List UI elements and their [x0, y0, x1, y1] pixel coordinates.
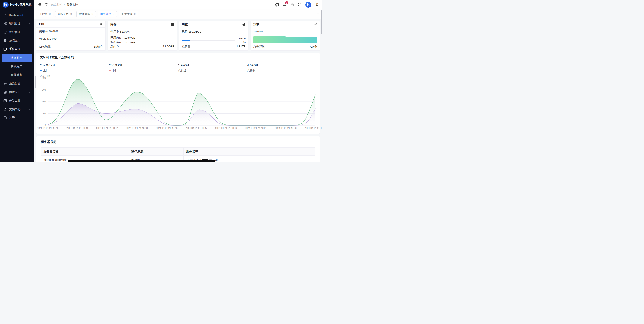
header-server-ip: 服务器IP [184, 148, 316, 156]
x-tick-label: 2024-04-21 21:48:41 [66, 127, 88, 129]
horizontal-scrollbar-thumb[interactable] [68, 160, 215, 162]
sidebar-item-system-settings[interactable]: 系统设置 [2, 79, 32, 88]
sidebar-item-dashboard[interactable]: Dashboard [2, 11, 32, 19]
gear-icon [4, 82, 7, 85]
monitor-icon [4, 47, 7, 51]
server-info-panel: 服务器信息 服务器名称 操作系统 服务器IP mengshuaideMBP da… [36, 136, 320, 162]
tab-bar: 主控台 × 在线充值 × 附件管理 × 服务监控 × 配置管理 × [34, 10, 322, 19]
tab-console[interactable]: 主控台 × [37, 11, 53, 17]
page-content: CPU 使用率 20.49% Apple M2 Pro CPU数量 10核心 内… [34, 19, 322, 162]
user-avatar[interactable] [305, 2, 311, 8]
traffic-panel: 实时网卡流量（全部网卡） 257.07 KB 上行 256.9 KB 下行 1.… [36, 53, 320, 134]
widgets-icon [4, 91, 7, 94]
notifications-button[interactable]: 1 [283, 3, 286, 7]
x-tick-label: 2024-04-21 21:48:51 [245, 127, 267, 129]
y-tick-label: 400 [42, 100, 46, 103]
fullscreen-button[interactable] [298, 3, 302, 7]
close-icon[interactable]: × [134, 13, 136, 15]
github-icon [275, 3, 279, 7]
tab-config[interactable]: 配置管理 × [119, 11, 138, 17]
disk-percent: 15.09 % [237, 37, 246, 43]
load-card: 负载 19.00% [250, 21, 320, 51]
sidebar-item-organization[interactable]: 组织管理 [2, 19, 32, 28]
disk-progress-bar [182, 40, 234, 41]
memory-usage: 使用率 62.00% [110, 30, 174, 34]
upstream-dot [40, 70, 42, 71]
sidebar-scrollbar-thumb[interactable] [35, 76, 36, 88]
dashboard-icon [4, 13, 7, 17]
sidebar-menu: Dashboard 组织管理 权限管理 系统应用 系统监控 [0, 10, 34, 162]
sidebar-item-dev-tools[interactable]: 开发工具 [2, 97, 32, 105]
close-icon[interactable]: × [113, 13, 114, 15]
disk-used: 已用 280.36GB [182, 30, 246, 34]
github-button[interactable] [275, 3, 279, 7]
memory-card-title: 内存 [110, 23, 116, 26]
disk-progress-fill [182, 40, 190, 41]
sidebar-subitem-online-users[interactable]: 在线用户 [2, 62, 32, 71]
app-logo[interactable]: HotGo管理系统 [0, 0, 34, 10]
sidebar-item-system-apps[interactable]: 系统应用 [2, 36, 32, 45]
chevron-down-icon [28, 100, 31, 102]
menu-fold-icon [38, 3, 41, 7]
chevron-down-icon [28, 14, 31, 16]
chevron-down-icon [28, 82, 31, 85]
info-icon [4, 116, 7, 120]
stat-total-received: 4.09GB 总接收 [247, 63, 316, 72]
memory-footer-label: 总内存 [110, 45, 119, 49]
header-server-name: 服务器名称 [41, 148, 129, 156]
lock-screen-button[interactable] [290, 3, 294, 7]
chevron-down-icon [316, 13, 320, 16]
chevron-up-icon [28, 48, 31, 50]
x-tick-label: 2024-04-21 21:48:49 [215, 127, 237, 129]
close-icon[interactable]: × [70, 13, 72, 15]
sidebar-subitem-service-monitor[interactable]: 服务监控 [2, 54, 32, 62]
tab-online-recharge[interactable]: 在线充值 × [55, 11, 75, 17]
tabs-dropdown-button[interactable] [314, 11, 320, 17]
close-icon[interactable]: × [92, 13, 93, 15]
sidebar-item-plugins[interactable]: 插件应用 [2, 88, 32, 97]
avatar-logo-icon [305, 2, 311, 8]
sidebar-item-about[interactable]: 关于 [2, 114, 32, 122]
settings-button[interactable]: ⚙ [315, 3, 318, 7]
collapse-sidebar-button[interactable] [38, 3, 41, 7]
tab-attachments[interactable]: 附件管理 × [76, 11, 96, 17]
app-window: HotGo管理系统 Dashboard 组织管理 权限管理 系统应用 [0, 0, 322, 162]
memory-free: 剩余内存：12.16GB [110, 41, 174, 43]
breadcrumb-separator: / [64, 3, 65, 6]
cpu-card-title: CPU [39, 23, 46, 26]
refresh-button[interactable] [44, 3, 48, 7]
table-header-row: 服务器名称 操作系统 服务器IP [41, 148, 316, 156]
disk-footer-label: 总容量 [182, 45, 191, 49]
x-tick-label: 2024-04-21 21:48:47 [186, 127, 207, 129]
load-card-title: 负载 [253, 23, 259, 26]
y-tick-label: 0 [44, 124, 46, 127]
tab-service-monitor[interactable]: 服务监控 × [98, 11, 117, 17]
document-icon [4, 108, 7, 111]
x-tick-label: 2024-04-21 21:48:40 [37, 127, 58, 129]
server-info-title: 服务器信息 [41, 140, 316, 144]
vertical-scrollbar-thumb[interactable] [320, 10, 322, 34]
header-os: 操作系统 [128, 148, 184, 156]
cpu-card: CPU 使用率 20.49% Apple M2 Pro CPU数量 10核心 [36, 21, 106, 51]
close-icon[interactable]: × [49, 13, 51, 15]
load-value: 19.00% [253, 30, 317, 33]
sidebar-item-docs[interactable]: 文档中心 [2, 105, 32, 114]
traffic-title: 实时网卡流量（全部网卡） [40, 56, 316, 60]
y-tick-label: 600 [42, 89, 46, 91]
chevron-down-icon [28, 39, 31, 42]
pie-chart-icon [242, 23, 246, 26]
shield-icon [4, 30, 7, 34]
top-header: 系统监控 / 服务监控 1 [34, 0, 322, 10]
fullscreen-icon [298, 3, 302, 7]
cpu-model: Apple M2 Pro [39, 37, 103, 40]
main-area: 系统监控 / 服务监控 1 [34, 0, 322, 162]
load-sparkline [253, 34, 317, 43]
sidebar-subitem-online-services[interactable]: 在线服务 [2, 71, 32, 79]
chevron-down-icon [28, 22, 31, 25]
sidebar: HotGo管理系统 Dashboard 组织管理 权限管理 系统应用 [0, 0, 34, 162]
breadcrumb-parent[interactable]: 系统监控 [51, 3, 62, 7]
grid-icon [4, 22, 7, 25]
sidebar-item-permissions[interactable]: 权限管理 [2, 28, 32, 36]
x-tick-label: 2024-04-21 21:48:55 [304, 127, 322, 129]
sidebar-item-system-monitor[interactable]: 系统监控 [2, 45, 32, 53]
